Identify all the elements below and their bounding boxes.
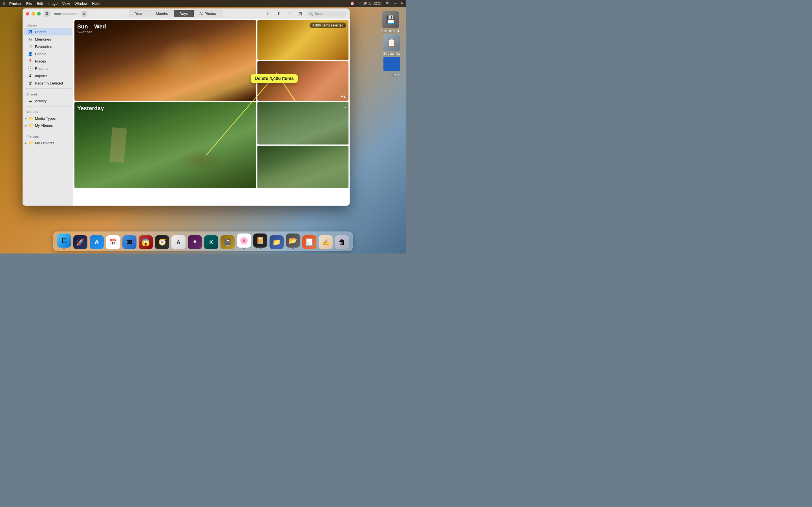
papier-label: papier xyxy=(392,73,400,76)
sidebar-item-places[interactable]: 📍 Places xyxy=(24,57,72,65)
sidebar-item-favourites[interactable]: ♡ Favourites xyxy=(24,43,72,50)
dock-item-slack[interactable]: # xyxy=(188,235,202,249)
favorites-button[interactable]: ♡ xyxy=(285,10,293,18)
dock-item-files[interactable]: 📁 xyxy=(269,235,284,249)
calendar-icon: 📅 xyxy=(106,235,120,249)
desktop-item-papier[interactable]: papier xyxy=(392,73,400,76)
tab-days[interactable]: Days xyxy=(174,10,194,17)
dock-item-safari[interactable]: 🧭 xyxy=(155,235,169,249)
desktop-item-blue[interactable] xyxy=(384,57,400,71)
dock-item-pages[interactable]: 📃 xyxy=(302,235,317,249)
imports-icon: ⬇ xyxy=(28,73,33,78)
sidebar-item-recently-deleted[interactable]: 🗑 Recently Deleted xyxy=(24,79,72,87)
sidebar-item-recents[interactable]: 🕐 Recents xyxy=(24,65,72,72)
my-projects-arrow: ▶ xyxy=(25,142,27,145)
dock-item-vectorize[interactable]: K xyxy=(204,235,218,249)
photo-cell-food1[interactable]: 4,406 items selected ··· xyxy=(257,20,349,60)
titlebar-actions: ℹ ⬆ ♡ ⊞ 🔍 xyxy=(264,10,346,18)
sidebar-group-my-projects[interactable]: ▶ 📁 My Projects xyxy=(22,139,73,147)
favourites-icon: ♡ xyxy=(28,44,33,49)
main-content: Sun – Wed Swansea 4,406 items selected xyxy=(73,19,350,206)
photo-cell-aerial1[interactable]: ··· xyxy=(257,102,349,145)
more-options-btn-2[interactable]: ··· xyxy=(342,104,346,110)
sidebar-group-my-albums[interactable]: ▶ 📁 My Albums xyxy=(22,122,73,129)
more-options-btn-1[interactable]: ··· xyxy=(343,22,346,27)
sidebar-group-media-types[interactable]: ▶ 📁 Media Types xyxy=(22,115,73,122)
my-albums-arrow: ▶ xyxy=(25,124,27,127)
ia-writer-icon: A xyxy=(171,235,186,249)
app-menu-edit[interactable]: Edit xyxy=(37,1,43,6)
rocket-icon: 🚀 xyxy=(73,235,87,249)
dock-item-writer[interactable]: ✍ xyxy=(318,235,333,249)
dock-item-files2[interactable]: 📂 xyxy=(286,233,300,249)
notebook2-icon: 📔 xyxy=(253,233,267,247)
sidebar-item-people[interactable]: 👤 People xyxy=(24,50,72,57)
app-menu-help[interactable]: Help xyxy=(92,1,100,6)
minimize-button[interactable] xyxy=(32,12,35,15)
photo-row-1: Sun – Wed Swansea 4,406 items selected xyxy=(73,19,350,101)
hd-icon: 💾 xyxy=(382,11,399,28)
dock-item-notebook2[interactable]: 📔 xyxy=(253,233,267,249)
fullscreen-button[interactable] xyxy=(37,12,41,15)
app-menu-image[interactable]: Image xyxy=(47,1,57,6)
sidebar-toggle-button[interactable]: ☰ xyxy=(44,11,50,17)
info-button[interactable]: ℹ xyxy=(264,10,272,18)
dock-item-finder[interactable]: 🖥 xyxy=(57,233,71,249)
share-button[interactable]: ⬆ xyxy=(274,10,283,18)
photos-app-icon: 🌸 xyxy=(237,233,251,247)
finder-icon: 🖥 xyxy=(57,233,71,247)
tab-all-photos[interactable]: All Photos xyxy=(194,10,222,17)
media-types-arrow: ▶ xyxy=(25,117,27,120)
dock-item-photos[interactable]: 🌸 xyxy=(237,233,251,249)
photo-area[interactable]: Sun – Wed Swansea 4,406 items selected xyxy=(73,19,350,206)
menubar-dots[interactable]: ··· xyxy=(394,1,397,5)
dock-item-rocket[interactable]: 🚀 xyxy=(73,235,88,249)
sidebar-item-imports[interactable]: ⬇ Imports xyxy=(24,72,72,79)
tab-years[interactable]: Years xyxy=(129,10,150,17)
app-menu-photos[interactable]: Photos xyxy=(9,1,22,6)
apple-menu[interactable]:  xyxy=(3,1,5,6)
recents-icon: 🕐 xyxy=(28,66,33,71)
vectorize-icon: K xyxy=(204,235,218,249)
close-button[interactable] xyxy=(26,12,29,15)
photos-dot xyxy=(243,248,245,249)
memories-icon: ◎ xyxy=(28,37,33,41)
sidebar: Library 🖼 Photos ◎ Memories ♡ Favourites… xyxy=(22,19,73,206)
dock-item-trash[interactable]: 🗑 xyxy=(335,235,349,249)
notebook2-dot xyxy=(260,248,261,249)
tab-months[interactable]: Months xyxy=(150,10,174,17)
sidebar-item-photos[interactable]: 🖼 Photos xyxy=(24,28,72,36)
dock-item-ia-writer[interactable]: A xyxy=(171,235,186,249)
menubar-control-strip[interactable]: ≡ xyxy=(401,1,403,5)
sidebar-people-label: People xyxy=(35,52,46,56)
sidebar-item-activity[interactable]: ☁ Activity xyxy=(24,97,72,105)
dock-item-calendar[interactable]: 📅 xyxy=(106,235,120,249)
desktop-item-screenshots[interactable]: 📋 Screenshots xyxy=(383,34,400,55)
dock-item-notebooks[interactable]: 📓 xyxy=(220,235,235,249)
app-menu-file[interactable]: File xyxy=(26,1,32,6)
mail-icon: ✉ xyxy=(122,235,137,249)
menubar-search-icon[interactable]: 🔍 xyxy=(386,1,390,5)
dock-item-appstore[interactable]: A xyxy=(89,235,104,249)
photo-cell-couple[interactable]: Sun – Wed Swansea xyxy=(74,20,256,101)
grid-view-button[interactable]: ⊞ xyxy=(82,11,87,17)
people-icon: 👤 xyxy=(28,52,33,56)
dock-item-scream[interactable]: 😱 xyxy=(139,235,153,249)
add-to-album-button[interactable]: ⊞ xyxy=(296,10,304,18)
sidebar-item-memories[interactable]: ◎ Memories xyxy=(24,36,72,43)
photo-cell-aerial2[interactable] xyxy=(257,146,349,188)
sidebar-activity-label: Activity xyxy=(35,99,47,103)
titlebar-controls: ☰ − + ⊞ xyxy=(44,11,87,17)
desktop-item-hd[interactable]: 💾 Macintosh HD xyxy=(381,11,400,33)
photo-cell-drone[interactable]: Yesterday xyxy=(74,102,256,188)
app-menu-view[interactable]: View xyxy=(62,1,70,6)
sidebar-memories-label: Memories xyxy=(35,37,51,41)
app-menu-window[interactable]: Window xyxy=(74,1,87,6)
dock-item-mail[interactable]: ✉ xyxy=(122,235,137,249)
menubar-left:  Photos File Edit Image View Window Hel… xyxy=(3,1,100,6)
albums-label: Albums xyxy=(22,108,73,115)
notebooks-icon: 📓 xyxy=(220,235,235,249)
photos-icon: 🖼 xyxy=(28,30,33,34)
search-input[interactable] xyxy=(315,12,344,16)
sidebar-divider-3 xyxy=(25,131,71,131)
